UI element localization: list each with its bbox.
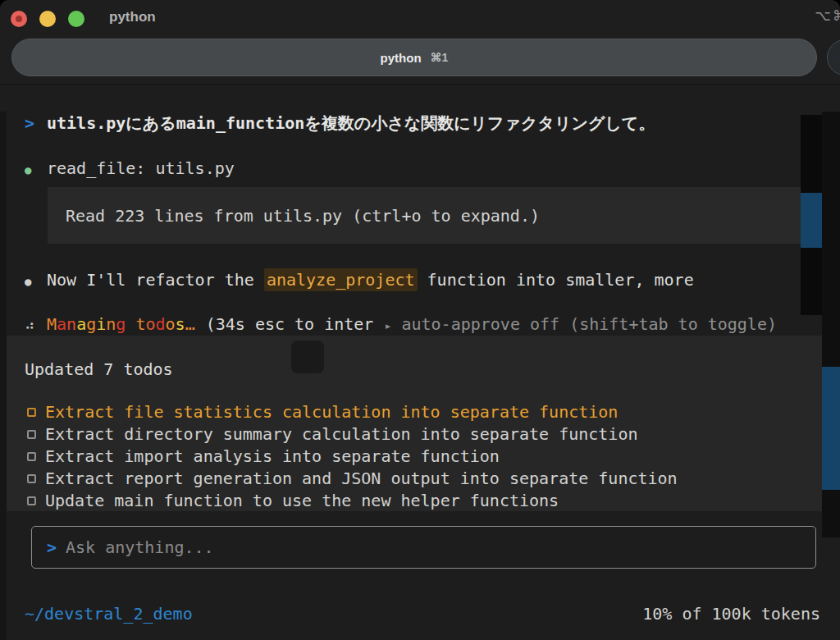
prompt-chevron-icon: >	[25, 112, 47, 135]
user-prompt-text: utils.pyにあるmain_functionを複数の小さな関数にリファクタリ…	[47, 113, 655, 133]
pointer-overlay-square	[291, 341, 324, 373]
footer-bar: ~/devstral_2_demo 10% of 100k tokens	[25, 602, 820, 625]
auto-approve-status: auto-approve off (shift+tab to toggle)	[401, 314, 777, 334]
user-prompt-line: >utils.pyにあるmain_functionを複数の小さな関数にリファクタ…	[0, 112, 840, 135]
window-scrollbar-track[interactable]	[822, 112, 840, 537]
input-prompt-chevron-icon: >	[47, 537, 66, 557]
todo-checkbox-icon	[27, 474, 36, 483]
ask-input[interactable]	[66, 537, 815, 557]
minimize-button[interactable]	[39, 11, 56, 27]
traffic-lights	[11, 11, 84, 27]
status-timer: (34s esc to inter	[206, 314, 374, 334]
ask-input-box[interactable]: >	[31, 526, 816, 569]
tool-call-label: read_file: utils.py	[47, 158, 235, 178]
todo-item: Extract directory summary calculation in…	[7, 423, 822, 446]
todo-item: Extract report generation and JSON outpu…	[7, 468, 822, 490]
tool-output-text: Read 223 lines from utils.py (ctrl+o to …	[66, 206, 540, 226]
todo-item: Update main function to use the new help…	[7, 490, 822, 512]
todo-label: Extract report generation and JSON outpu…	[45, 469, 678, 488]
status-activity: Managing todos…	[47, 314, 195, 334]
assistant-bullet-icon: ●	[25, 270, 47, 293]
tab-switch-shortcut-hint: ⌥⌘	[815, 7, 840, 25]
tab-shortcut: ⌘1	[431, 51, 449, 64]
todo-item: Extract file statistics calculation into…	[7, 401, 822, 423]
todos-panel: Updated 7 todos Extract file statistics …	[7, 336, 822, 511]
terminal-content: >utils.pyにあるmain_functionを複数の小さな関数にリファクタ…	[0, 112, 840, 640]
new-tab-button[interactable]: +	[827, 39, 840, 75]
titlebar[interactable]: python ⌥⌘ python ⌘1 +	[0, 0, 840, 85]
spinner-icon: ⠴	[25, 313, 47, 336]
todo-checkbox-icon	[27, 430, 36, 439]
window-title: python	[109, 9, 156, 25]
todos-header: Updated 7 todos	[7, 336, 822, 381]
assistant-line: ●Now I'll refactor the analyze_project f…	[0, 268, 840, 291]
tool-output-panel: Read 223 lines from utils.py (ctrl+o to …	[48, 187, 801, 244]
window-scrollbar-thumb[interactable]	[822, 367, 840, 490]
tui-scrollbar-track[interactable]	[801, 115, 822, 315]
status-line: ⠴Managing todos…(34s esc to inter▸auto-a…	[0, 313, 840, 336]
tool-call-line: ●read_file: utils.py	[0, 157, 840, 180]
cwd-link[interactable]: ~/devstral_2_demo	[25, 602, 193, 625]
todo-item: Extract import analysis into separate fu…	[7, 446, 822, 468]
unsaved-dot-icon	[16, 16, 22, 22]
todo-label: Extract import analysis into separate fu…	[45, 446, 500, 466]
close-button[interactable]	[11, 11, 27, 27]
tui-scrollbar-thumb[interactable]	[801, 193, 822, 248]
todo-checkbox-icon	[27, 408, 36, 417]
todo-checkbox-icon	[27, 496, 36, 505]
assistant-text-before: Now I'll refactor the	[47, 270, 264, 290]
inline-code-chip: analyze_project	[264, 268, 418, 291]
todo-checkbox-icon	[27, 452, 36, 461]
terminal-window: python ⌥⌘ python ⌘1 + >utils.pyにあるmain_f…	[0, 0, 840, 640]
caret-right-icon: ▸	[384, 318, 391, 333]
todo-list: Extract file statistics calculation into…	[7, 401, 822, 512]
tab-python[interactable]: python ⌘1	[11, 39, 817, 76]
tab-label: python	[381, 51, 422, 65]
todo-label: Extract file statistics calculation into…	[45, 402, 618, 422]
tool-bullet-icon: ●	[25, 158, 47, 181]
todo-label: Extract directory summary calculation in…	[45, 424, 637, 444]
zoom-button[interactable]	[68, 11, 84, 27]
token-usage: 10% of 100k tokens	[642, 602, 820, 625]
todo-label: Update main function to use the new help…	[45, 491, 559, 510]
assistant-text-after: function into smaller, more	[418, 270, 694, 290]
